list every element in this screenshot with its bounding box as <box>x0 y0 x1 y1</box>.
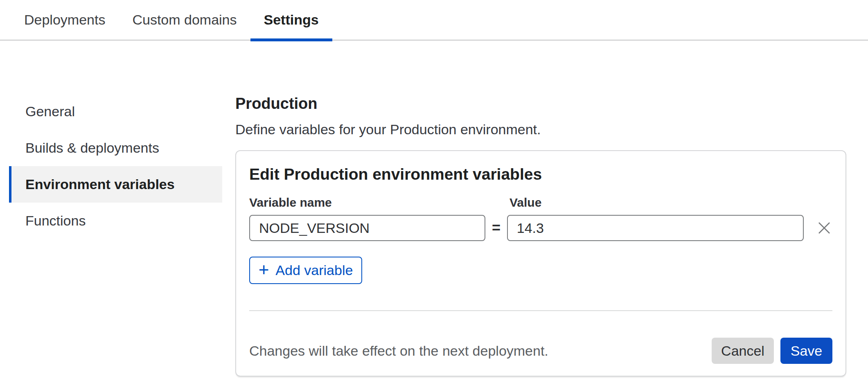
add-variable-label: Add variable <box>275 262 353 278</box>
sidebar-item-functions[interactable]: Functions <box>0 203 222 239</box>
variable-name-label: Variable name <box>249 195 510 210</box>
save-button[interactable]: Save <box>780 338 832 364</box>
close-icon <box>818 221 831 235</box>
plus-icon: + <box>259 261 269 279</box>
variable-value-input[interactable] <box>507 215 804 241</box>
value-label: Value <box>510 195 541 210</box>
sidebar-item-builds-deployments[interactable]: Builds & deployments <box>0 130 222 166</box>
card-footer: Changes will take effect on the next dep… <box>249 338 832 364</box>
add-variable-button[interactable]: + Add variable <box>249 257 362 284</box>
remove-variable-button[interactable] <box>816 220 832 236</box>
settings-sidebar: General Builds & deployments Environment… <box>0 93 222 239</box>
tab-settings[interactable]: Settings <box>250 0 332 40</box>
environment-variables-card: Edit Production environment variables Va… <box>235 150 846 377</box>
card-divider <box>249 310 832 311</box>
sidebar-item-environment-variables[interactable]: Environment variables <box>9 166 222 203</box>
section-subtitle: Define variables for your Production env… <box>235 122 541 137</box>
tab-deployments[interactable]: Deployments <box>11 0 119 40</box>
variable-row: = <box>249 215 832 241</box>
cancel-button[interactable]: Cancel <box>712 338 774 364</box>
variable-name-input[interactable] <box>249 215 485 241</box>
sidebar-item-general[interactable]: General <box>0 93 222 130</box>
footer-note: Changes will take effect on the next dep… <box>249 343 548 359</box>
equals-sign: = <box>485 219 507 237</box>
footer-actions: Cancel Save <box>712 338 832 364</box>
tab-custom-domains[interactable]: Custom domains <box>119 0 250 40</box>
section-title: Production <box>235 95 318 112</box>
field-labels-row: Variable name Value <box>249 195 832 210</box>
card-title: Edit Production environment variables <box>249 165 832 184</box>
tab-bar: Deployments Custom domains Settings <box>0 0 868 41</box>
